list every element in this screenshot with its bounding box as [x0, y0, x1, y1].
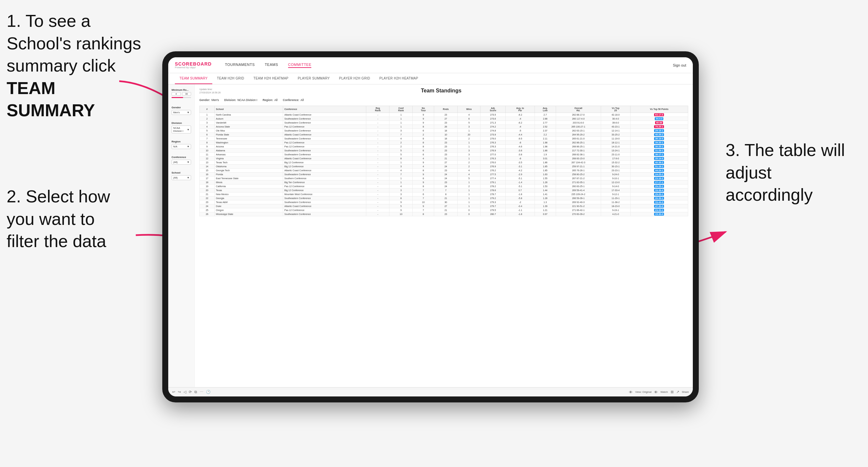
subnav-team-h2h-heatmap[interactable]: TEAM H2H HEATMAP — [249, 73, 293, 84]
table-row[interactable]: 26 Mississippi State Southeastern Confer… — [200, 212, 688, 216]
cell-conf-rank: 8 — [390, 156, 413, 160]
cell-conf-rank: 3 — [390, 188, 413, 192]
cell-avg-low: 2.7 — [534, 113, 556, 117]
nav-teams[interactable]: TEAMS — [265, 63, 278, 68]
cell-adj-score: 273.9 — [480, 132, 506, 136]
cell-wins: 3 — [458, 125, 480, 128]
table-row[interactable]: 2 Auburn Southeastern Conference - 1 9 2… — [200, 117, 688, 121]
clock-icon[interactable]: 🕐 — [206, 390, 211, 394]
share-label[interactable]: Share — [682, 391, 689, 394]
cell-wins: 2 — [458, 184, 480, 188]
cell-vs-top50: 39-20-1 — [630, 141, 688, 145]
sign-out-button[interactable]: Sign out — [673, 63, 686, 67]
rank-slider[interactable] — [172, 97, 191, 98]
gender-dropdown[interactable]: Men's ▼ — [172, 110, 191, 115]
cell-conference: Atlantic Coast Conference — [283, 168, 366, 172]
conference-filter-display: Conference: All — [283, 98, 304, 102]
table-row[interactable]: 11 Arkansas Southeastern Conference - 5 … — [200, 152, 688, 156]
refresh-icon[interactable]: ⟳ — [189, 390, 192, 394]
table-row[interactable]: 18 Illinois Big Ten Conference - 1 9 23 … — [200, 180, 688, 184]
subnav-player-summary[interactable]: PLAYER SUMMARY — [293, 73, 335, 84]
region-dropdown[interactable]: N/A ▼ — [172, 144, 191, 149]
cell-rnds: 18 — [434, 136, 458, 141]
table-row[interactable]: 22 Georgia Southeastern Conference - 8 7… — [200, 196, 688, 200]
watch-label[interactable]: Watch — [660, 391, 668, 394]
table-row[interactable]: 16 Florida Southeastern Conference - 7 9… — [200, 172, 688, 176]
cell-vs-top25: 12-13-0 — [601, 180, 630, 184]
table-row[interactable]: 20 Texas Big 12 Conference - 3 7 7 1 278… — [200, 188, 688, 192]
conference-dropdown[interactable]: (All) ▼ — [172, 160, 191, 165]
table-row[interactable]: 3 Vanderbilt Southeastern Conference - 1… — [200, 121, 688, 125]
table-row[interactable]: 23 Texas A&M Southeastern Conference - 9… — [200, 200, 688, 204]
cell-conference: Big 12 Conference — [283, 164, 366, 168]
cell-vs-top25: 42-18-0 — [601, 113, 630, 117]
cell-adj-score: 277.4 — [480, 176, 506, 180]
cell-wins: 1 — [458, 192, 480, 196]
table-row[interactable]: 24 Duke Atlantic Coast Conference - 5 9 … — [200, 204, 688, 208]
view-original-label[interactable]: View: Original — [635, 391, 651, 394]
cell-conf-rank: 1 — [390, 160, 413, 164]
cell-conference: Big 12 Conference — [283, 160, 366, 164]
cell-avg-par: -6.2 — [506, 113, 534, 117]
division-dropdown[interactable]: NCAA Division I ▼ — [172, 126, 191, 133]
cell-no-tour: 9 — [413, 121, 434, 125]
cell-adj-score: 274.2 — [480, 125, 506, 128]
table-row[interactable]: 4 Arizona State Pac-12 Conference - 1 8 … — [200, 125, 688, 128]
back-icon[interactable]: ◁ — [183, 390, 186, 394]
school-dropdown[interactable]: (All) ▼ — [172, 175, 191, 180]
cell-no-tour: 7 — [413, 196, 434, 200]
nav-committee[interactable]: COMMITTEE — [288, 63, 312, 68]
instruction-step2: 2. Select how you want to filter the dat… — [7, 185, 110, 253]
cell-overall: 269 92-40-3 — [556, 200, 601, 204]
subnav-team-h2h-grid[interactable]: TEAM H2H GRID — [212, 73, 249, 84]
subnav-player-h2h-heatmap[interactable]: PLAYER H2H HEATMAP — [375, 73, 423, 84]
cell-avg-low: 2.11 — [534, 136, 556, 141]
nav-tournaments[interactable]: TOURNAMENTS — [225, 63, 255, 68]
table-row[interactable]: 13 Texas Tech Big 12 Conference - 1 9 27… — [200, 160, 688, 164]
main-nav: TOURNAMENTS TEAMS COMMITTEE — [225, 63, 663, 68]
cell-reg-rank: - — [366, 156, 390, 160]
copy-icon[interactable]: ⧉ — [194, 390, 197, 394]
table-row[interactable]: 1 North Carolina Atlantic Coast Conferen… — [200, 113, 688, 117]
cell-rank: 11 — [200, 152, 215, 156]
table-row[interactable]: 7 Tennessee Southeastern Conference - 4 … — [200, 136, 688, 141]
undo-icon[interactable]: ↩ — [172, 390, 175, 394]
standings-table: # School Conference RegRank ConfRank NoT… — [199, 106, 688, 216]
division-filter-display: Division: NCAA Division I — [224, 98, 257, 102]
subnav-player-h2h-grid[interactable]: PLAYER H2H GRID — [335, 73, 375, 84]
more-icon[interactable]: ⋯ — [200, 390, 203, 394]
table-row[interactable]: 25 Oregon Pac-12 Conference - 9 7 21 0 2… — [200, 208, 688, 212]
table-header-section: Update time: 27/03/2024 16:56:26 Team St… — [199, 88, 688, 94]
table-row[interactable]: 10 Alabama Southeastern Conference - 5 6… — [200, 148, 688, 152]
logo-text: SCOREBOARD — [175, 62, 212, 66]
watch-icon[interactable]: 👁 — [654, 390, 658, 394]
table-row[interactable]: 15 Georgia Tech Atlantic Coast Conferenc… — [200, 168, 688, 172]
table-row[interactable]: 21 New Mexico Mountain West Conference -… — [200, 192, 688, 196]
cell-rnds: 24 — [434, 184, 458, 188]
cell-overall: 268 83-15-0 — [556, 156, 601, 160]
cell-vs-top50: 23-16-2 — [630, 176, 688, 180]
cell-avg-par: -1.4 — [506, 180, 534, 184]
table-row[interactable]: 17 East Tennessee State Southern Confere… — [200, 176, 688, 180]
subnav-team-summary[interactable]: TEAM SUMMARY — [175, 73, 212, 84]
table-row[interactable]: 5 Ole Miss Southeastern Conference - 3 6… — [200, 128, 688, 132]
table-row[interactable]: 8 Washington Pac-12 Conference - 2 8 23 … — [200, 141, 688, 145]
table-row[interactable]: 14 Oklahoma Big 12 Conference - 3 4 24 2… — [200, 164, 688, 168]
table-row[interactable]: 12 Virginia Atlantic Coast Conference - … — [200, 156, 688, 160]
cell-rnds: 27 — [434, 117, 458, 121]
cell-vs-top50: 27-17-1 — [630, 180, 688, 184]
min-rank-label: Minimum Ro... — [172, 88, 191, 91]
table-row[interactable]: 19 California Pac-12 Conference - 4 8 24… — [200, 184, 688, 188]
table-row[interactable]: 6 Florida State Atlantic Coast Conferenc… — [200, 132, 688, 136]
share-icon[interactable]: ↗ — [676, 390, 679, 394]
min-rank-to[interactable]: 30 — [182, 92, 191, 96]
grid-icon[interactable]: ⊞ — [671, 390, 674, 394]
cell-rank: 12 — [200, 156, 215, 160]
table-row[interactable]: 9 Arizona Pac-12 Conference - 2 8 23 1 2… — [200, 145, 688, 148]
redo-icon[interactable]: ↪ — [178, 390, 181, 394]
cell-overall: 271 82-05-1 — [556, 180, 601, 184]
cell-vs-top50: 24-25-2 — [630, 172, 688, 176]
cell-school: Florida — [215, 172, 283, 176]
min-rank-from[interactable]: 4 — [172, 92, 181, 96]
eye-icon[interactable]: 👁 — [629, 390, 632, 394]
